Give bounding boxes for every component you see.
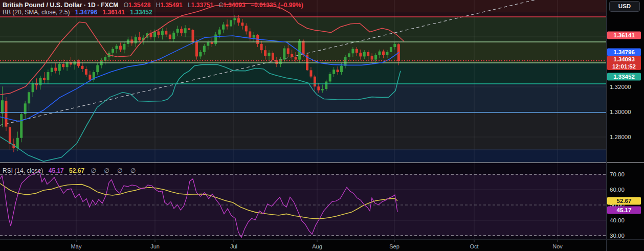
candle-body [130,39,133,43]
candle-body [172,33,175,39]
candle-body [188,28,190,30]
candle-body [161,31,164,35]
candle-body [43,78,46,80]
candle-body [138,37,141,40]
candle-body [123,44,125,50]
candle-body [81,66,83,69]
month-label: Sep [389,243,399,249]
candle-body [195,42,198,56]
background-zone [0,163,606,175]
price-badge: 1.33452 [607,73,641,81]
candle-body [70,62,72,64]
candle-body [344,57,347,66]
candle-body [386,52,388,55]
candle-body [264,50,267,56]
candle-body [88,75,91,80]
background-zone [0,84,606,112]
candle-body [165,31,167,34]
candle-body [329,74,331,82]
candle-body [325,81,327,89]
candle-body [283,48,285,59]
candle-body [260,44,263,50]
background-zone [0,236,606,239]
candle-body [351,49,354,54]
candle-body [96,65,99,72]
candle-body [302,41,305,55]
candle-body [199,52,202,57]
candle-body [295,57,297,60]
candle-body [176,29,179,33]
candle-body [332,70,335,74]
month-label: Aug [312,243,322,249]
candle-body [211,42,213,44]
candle-body [233,18,236,20]
current-price-badge: 1.3409312:01:52 [607,56,641,70]
candle-body [253,35,255,38]
candle-body [112,49,114,53]
month-label: Nov [552,243,563,249]
candle-body [222,25,225,30]
background-zone [0,0,606,12]
candle-body [298,41,301,60]
candle-body [245,26,248,31]
candle-body [16,138,19,148]
candle-body [348,53,350,57]
axis-price-label: 1.28000 [610,134,631,140]
candle-body [157,31,160,35]
candle-body [47,72,49,80]
candle-body [291,54,293,57]
price-badge: 1.36141 [607,32,641,39]
candle-body [51,67,53,72]
candle-body [340,66,343,72]
axis-price-label: 60.00 [610,187,625,193]
countdown-timer: 12:01:52 [607,63,641,70]
candle-body [20,114,23,138]
candle-body [192,30,194,42]
candle-body [28,92,30,103]
candle-body [54,67,57,71]
candle-body [379,52,381,55]
currency-button[interactable]: USD [609,1,640,12]
chart-canvas[interactable] [0,0,644,251]
candle-body [287,48,290,54]
candle-body [180,29,183,34]
axis-price-label: 70.00 [610,171,625,177]
candle-body [272,53,274,60]
background-zone [0,17,606,42]
candle-body [104,57,106,61]
month-label: Oct [470,243,478,249]
candle-body [241,22,243,26]
candle-body [226,25,229,27]
candle-body [374,55,377,60]
candle-body [363,52,366,57]
background-zone [0,150,606,163]
candle-body [116,46,118,49]
candle-body [1,100,4,113]
price-badge: 52.67 [607,197,641,205]
candle-body [218,30,221,35]
candle-body [85,69,87,75]
candle-body [62,64,64,67]
candle-body [317,86,320,90]
candle-body [359,53,362,56]
candle-body [58,64,61,71]
candle-body [337,70,339,72]
candle-body [169,35,171,39]
candle-body [230,20,232,26]
background-zone [0,12,606,17]
month-label: Jul [230,243,237,249]
candle-body [184,28,187,33]
axis-price-label: 1.30000 [610,109,631,115]
candle-body [309,70,312,76]
candle-body [5,101,7,126]
candle-body [367,52,369,56]
candle-body [207,42,209,45]
candle-body [203,46,206,52]
axis-price-label: 30.00 [610,233,625,239]
candle-body [214,35,217,44]
candle-body [135,37,137,43]
price-badge: 45.17 [607,207,641,214]
axis-price-label: 1.32000 [610,84,631,90]
candle-body [77,61,80,66]
candle-body [371,56,373,59]
